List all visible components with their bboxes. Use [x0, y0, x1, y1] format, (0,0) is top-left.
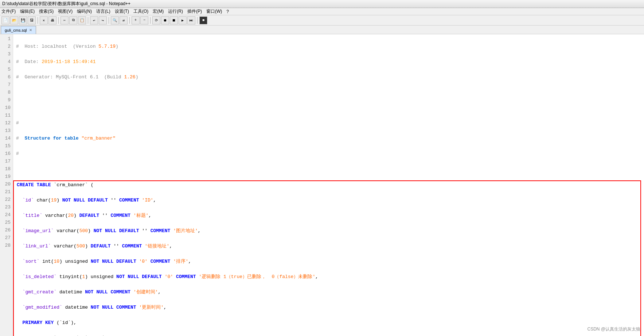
line-num-14: 14: [2, 134, 11, 142]
line-num-25: 25: [2, 219, 11, 226]
find-button[interactable]: 🔍: [111, 16, 119, 24]
menu-window[interactable]: 窗口(W): [206, 8, 222, 15]
line-num-13: 13: [2, 127, 11, 134]
code-line-13: `image_url` varchar(500) NOT NULL DEFAUL…: [17, 227, 640, 235]
close-button[interactable]: ✕: [40, 16, 48, 24]
zoom-out-button[interactable]: −: [140, 16, 148, 24]
sep1: [38, 17, 38, 24]
line-num-18: 18: [2, 165, 11, 173]
macro-play-mult-button[interactable]: ⏭: [187, 16, 195, 24]
sep3: [88, 17, 88, 24]
code-line-11: `id` char(19) NOT NULL DEFAULT '' COMMEN…: [17, 196, 640, 204]
line-num-27: 27: [2, 234, 11, 242]
replace-button[interactable]: ⇄: [120, 16, 128, 24]
line-num-7: 7: [2, 81, 11, 89]
menu-bar: 文件(F) 编辑(E) 搜索(S) 视图(V) 编码(N) 语言(L) 设置(T…: [0, 8, 644, 15]
line-num-15: 15: [2, 142, 11, 150]
line-num-1: 1: [2, 35, 11, 43]
code-line-4: [16, 89, 641, 96]
line-numbers: 1 2 3 4 5 6 7 8 9 10 11 12 13 14 15 16 1…: [0, 34, 13, 336]
editor-area: 1 2 3 4 5 6 7 8 9 10 11 12 13 14 15 16 1…: [0, 34, 644, 336]
code-line-19: PRIMARY KEY (`id`),: [17, 319, 640, 327]
sep7: [197, 17, 198, 24]
copy-button[interactable]: ⧉: [69, 16, 77, 24]
line-num-8: 8: [2, 89, 11, 96]
code-line-12: `title` varchar(20) DEFAULT '' COMMENT '…: [17, 212, 640, 219]
menu-language[interactable]: 语言(L): [96, 8, 110, 15]
title-bar: D:\study\data\谷粒学院\资料\数据库脚本\guli_cms.sql…: [0, 0, 644, 8]
redo-button[interactable]: ↪: [99, 16, 107, 24]
sep5: [129, 17, 130, 24]
sep6: [150, 17, 151, 24]
code-line-14: `link_url` varchar(500) DEFAULT '' COMME…: [17, 242, 640, 250]
line-num-4: 4: [2, 58, 11, 66]
code-line-15: `sort` int(10) unsigned NOT NULL DEFAULT…: [17, 258, 640, 265]
line-num-20: 20: [2, 180, 11, 188]
code-line-3: # Generator: MySQL-Front 6.1 (Build 1.26…: [16, 73, 641, 81]
sep2: [58, 17, 59, 24]
line-num-12: 12: [2, 119, 11, 127]
title-text: D:\study\data\谷粒学院\资料\数据库脚本\guli_cms.sql…: [2, 1, 130, 7]
black-btn[interactable]: ■: [199, 16, 207, 24]
code-line-6: #: [16, 119, 641, 127]
menu-file[interactable]: 文件(F): [1, 8, 16, 15]
line-num-24: 24: [2, 211, 11, 219]
line-num-5: 5: [2, 66, 11, 73]
tab-label: guli_cms.sql: [5, 28, 27, 32]
menu-plugins[interactable]: 插件(P): [187, 8, 202, 15]
print-button[interactable]: 🖶: [48, 16, 56, 24]
undo-button[interactable]: ↩: [90, 16, 98, 24]
save-all-button[interactable]: 🖫: [28, 16, 36, 24]
tab-guli-cms-sql[interactable]: guli_cms.sql ✕: [1, 26, 36, 34]
code-line-17: `gmt_create` datetime NOT NULL COMMENT '…: [17, 288, 640, 296]
code-content[interactable]: # Host: localhost (Version 5.7.19) # Dat…: [13, 34, 644, 336]
open-button[interactable]: 📂: [10, 16, 18, 24]
line-num-16: 16: [2, 150, 11, 157]
line-num-9: 9: [2, 96, 11, 104]
paste-button[interactable]: 📋: [78, 16, 86, 24]
menu-tools[interactable]: 工具(O): [133, 8, 148, 15]
code-line-9: [16, 165, 641, 173]
menu-run[interactable]: 运行(R): [168, 8, 183, 15]
menu-search[interactable]: 搜索(S): [39, 8, 54, 15]
macro-stop-button[interactable]: ⏹: [170, 16, 178, 24]
menu-encode[interactable]: 编码(N): [77, 8, 92, 15]
menu-macro[interactable]: 宏(M): [153, 8, 164, 15]
macro-record-button[interactable]: ⏺: [161, 16, 169, 24]
sep4: [109, 17, 109, 24]
code-line-20: UNIQUE KEY `uk_name` (`title`): [17, 334, 640, 336]
new-button[interactable]: 📄: [1, 16, 9, 24]
menu-edit[interactable]: 编辑(E): [20, 8, 35, 15]
code-line-2: # Date: 2019-11-18 15:49:41: [16, 58, 641, 66]
tab-bar: guli_cms.sql ✕: [0, 26, 644, 34]
menu-view[interactable]: 视图(V): [58, 8, 73, 15]
line-num-21: 21: [2, 188, 11, 196]
save-button[interactable]: 💾: [19, 16, 27, 24]
zoom-in-button[interactable]: +: [132, 16, 140, 24]
cut-button[interactable]: ✂: [61, 16, 69, 24]
line-num-22: 22: [2, 196, 11, 203]
line-num-3: 3: [2, 50, 11, 58]
code-line-8: #: [16, 150, 641, 157]
tab-close-icon[interactable]: ✕: [29, 28, 32, 32]
watermark: CSDN @认真生活的灰太狼: [587, 326, 640, 332]
code-line-16: `is_deleted` tinyint(1) unsigned NOT NUL…: [17, 273, 640, 281]
line-num-28: 28: [2, 242, 11, 249]
code-line-10: CREATE TABLE `crm_banner` (: [17, 181, 640, 189]
code-line-7: # Structure for table "crm_banner": [16, 134, 641, 142]
line-num-10: 10: [2, 104, 11, 112]
macro-play-button[interactable]: ▶: [179, 16, 187, 24]
line-num-19: 19: [2, 173, 11, 180]
line-num-17: 17: [2, 157, 11, 165]
line-num-6: 6: [2, 73, 11, 81]
code-line-5: [16, 104, 641, 112]
line-num-26: 26: [2, 226, 11, 234]
code-line-18: `gmt_modified` datetime NOT NULL COMMENT…: [17, 304, 640, 311]
menu-settings[interactable]: 设置(T): [115, 8, 129, 15]
line-num-11: 11: [2, 112, 11, 119]
line-num-23: 23: [2, 203, 11, 211]
menu-help[interactable]: ?: [226, 9, 229, 14]
line-num-2: 2: [2, 43, 11, 50]
sync-button[interactable]: ⟳: [152, 16, 160, 24]
toolbar: 📄 📂 💾 🖫 ✕ 🖶 ✂ ⧉ 📋 ↩ ↪ 🔍 ⇄ + − ⟳ ⏺ ⏹ ▶ ⏭ …: [0, 15, 644, 26]
